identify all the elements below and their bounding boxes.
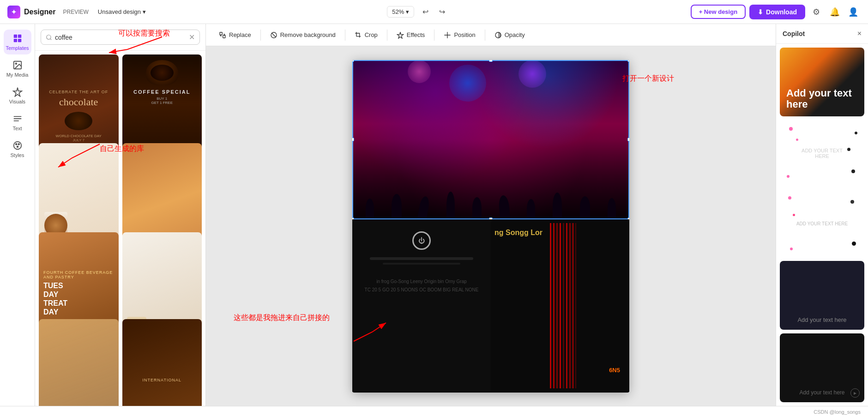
- search-input[interactable]: [55, 34, 186, 41]
- red-lines-container: [546, 219, 629, 392]
- sidebar-item-templates[interactable]: Templates: [4, 30, 31, 54]
- svg-rect-0: [13, 35, 17, 38]
- template-card-8[interactable]: INTERNATIONAL: [122, 319, 202, 406]
- user-avatar[interactable]: 👤: [846, 5, 861, 19]
- app-logo-icon: ✦: [7, 6, 20, 18]
- bottom-number: 6N5: [609, 367, 620, 374]
- power-icon: ⏻: [412, 231, 431, 250]
- sidebar-item-my-media[interactable]: My Media: [4, 56, 31, 81]
- dot-c3-3: [793, 214, 795, 216]
- canvas-wrapper: ⏻ in frog Go-Song Leeny Origin bin Orny …: [352, 60, 629, 393]
- red-line-6: [566, 223, 567, 388]
- copilot-card-4-text: Add your text here: [786, 316, 858, 323]
- svg-point-7: [15, 144, 17, 145]
- dot-c3-2: [850, 200, 854, 204]
- templates-search-area: ✕: [35, 24, 205, 51]
- canvas-main[interactable]: ⏻ in frog Go-Song Leeny Origin bin Orny …: [352, 60, 629, 393]
- position-button[interactable]: Position: [438, 29, 481, 42]
- copilot-card-5[interactable]: Add your text here ▶: [780, 333, 864, 402]
- notifications-button[interactable]: 🔔: [827, 5, 842, 19]
- svg-point-6: [13, 142, 21, 150]
- copilot-card-4[interactable]: Add your text here: [780, 261, 864, 330]
- toolbar-divider-2: [345, 30, 345, 41]
- template-card-7[interactable]: INTERNATIONAL COFFEE DAY: [39, 319, 119, 406]
- sidebar-item-styles[interactable]: Styles: [4, 137, 31, 162]
- redo-button[interactable]: ↪: [434, 5, 449, 19]
- preview-label: PREVIEW: [63, 9, 88, 15]
- topbar-actions: + New design ⬇ Download ⚙ 🔔 👤: [691, 5, 861, 19]
- red-line-7: [569, 223, 571, 388]
- bottom-bar: CSDN @long_songs: [0, 406, 868, 417]
- dot-dark-1: [855, 132, 857, 134]
- text-icon: [12, 114, 23, 124]
- handle-bl[interactable]: [352, 218, 354, 219]
- canvas-top-image[interactable]: [352, 60, 629, 220]
- play-icon: ▶: [850, 388, 860, 398]
- crop-button[interactable]: Crop: [349, 29, 383, 42]
- copilot-card-1[interactable]: Add your text here: [780, 48, 864, 116]
- remove-background-button[interactable]: Remove background: [265, 29, 341, 42]
- svg-point-10: [47, 35, 51, 39]
- sidebar-item-text[interactable]: Text: [4, 110, 31, 135]
- copilot-close-button[interactable]: ×: [857, 30, 862, 38]
- effects-button[interactable]: Effects: [391, 29, 431, 42]
- progress-bar-2: [383, 263, 460, 265]
- grid-icon: [12, 33, 23, 43]
- handle-br[interactable]: [627, 218, 629, 219]
- handle-mr[interactable]: [627, 138, 629, 141]
- editor-toolbar: Replace Remove background Crop: [206, 24, 776, 46]
- new-design-annotation: 打开一个新设计: [622, 74, 674, 84]
- canvas-bottom: ⏻ in frog Go-Song Leeny Origin bin Orny …: [352, 219, 629, 392]
- topbar: ✦ Designer PREVIEW Unsaved design ▾ 52% …: [0, 0, 868, 24]
- canvas-right-half[interactable]: ng Songg Lor 6N5: [491, 219, 629, 392]
- svg-rect-3: [18, 39, 21, 42]
- download-button[interactable]: ⬇ Download: [749, 5, 805, 19]
- dot-c3-1: [788, 196, 791, 199]
- position-icon: [444, 31, 451, 39]
- share-button[interactable]: ⚙: [809, 5, 824, 19]
- design-name[interactable]: Unsaved design ▾: [98, 8, 146, 15]
- bottom-text: in frog Go-Song Leeny Origin bin Orny Gr…: [365, 278, 479, 293]
- sidebar-item-visuals[interactable]: Visuals: [4, 83, 31, 108]
- opacity-icon: [494, 31, 502, 39]
- handle-bm[interactable]: [489, 218, 493, 219]
- topbar-center: 52% ▾ ↩ ↪: [151, 5, 685, 19]
- svg-rect-1: [18, 35, 21, 38]
- light-purple: [518, 60, 546, 88]
- dot-pink-1: [789, 127, 793, 131]
- app-logo: ✦ Designer: [7, 6, 55, 18]
- handle-tm[interactable]: [489, 60, 493, 62]
- dot-dark-3: [851, 169, 855, 173]
- red-line-3: [556, 223, 558, 388]
- new-design-button[interactable]: + New design: [691, 5, 746, 19]
- copilot-panel: Copilot × Add your text here ADD YOUR TE…: [776, 24, 868, 406]
- undo-button[interactable]: ↩: [418, 5, 433, 19]
- replace-button[interactable]: Replace: [213, 29, 257, 42]
- canvas-left-half[interactable]: ⏻ in frog Go-Song Leeny Origin bin Orny …: [352, 219, 491, 392]
- handle-tl[interactable]: [352, 60, 354, 62]
- search-box[interactable]: ✕: [41, 30, 200, 45]
- copilot-card-3[interactable]: ADD YOUR TEXT HERE: [780, 191, 864, 258]
- progress-bar-1: [370, 257, 473, 260]
- toolbar-divider-3: [387, 30, 387, 41]
- red-line-5: [563, 223, 564, 388]
- light-blue: [449, 65, 486, 102]
- sparkle-icon: [12, 87, 23, 97]
- handle-ml[interactable]: [352, 138, 354, 141]
- svg-rect-14: [223, 35, 225, 37]
- copilot-card-2[interactable]: ADD YOUR TEXT HERE: [780, 120, 864, 187]
- drag-annotation: 这些都是我拖进来自己拼接的: [234, 313, 330, 323]
- svg-point-5: [15, 63, 17, 64]
- dot-pink-2: [796, 139, 798, 141]
- search-clear-button[interactable]: ✕: [189, 33, 195, 42]
- red-line-1: [550, 223, 551, 388]
- dot-c3-5: [790, 248, 793, 250]
- handle-tr[interactable]: [627, 60, 629, 62]
- templates-grid: CELEBRATE THE ART OF chocolate WORLD CHO…: [35, 51, 205, 406]
- zoom-control[interactable]: 52% ▾: [387, 6, 414, 18]
- copilot-templates: Add your text here ADD YOUR TEXT HERE: [776, 44, 868, 406]
- remove-bg-icon: [270, 31, 277, 39]
- red-line-2: [553, 223, 555, 388]
- opacity-button[interactable]: Opacity: [489, 29, 530, 42]
- search-icon: [46, 34, 52, 41]
